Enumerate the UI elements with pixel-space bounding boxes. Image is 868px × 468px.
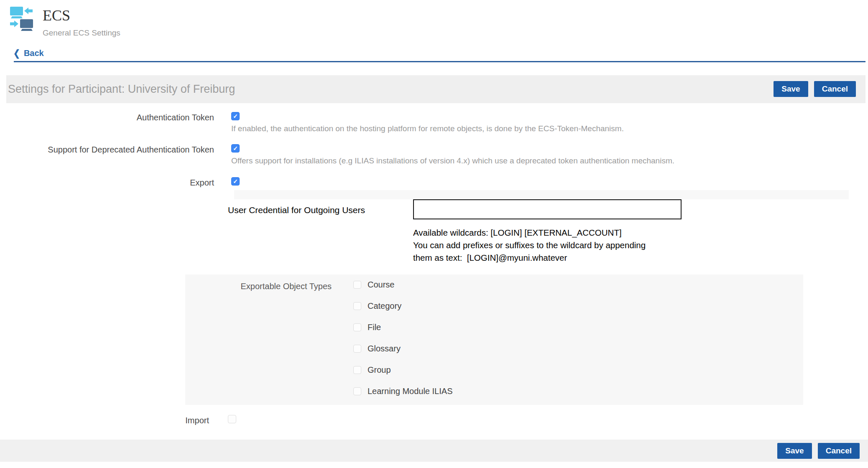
exportable-type-group-checkbox[interactable]: ✓ — [353, 366, 361, 374]
export-checkbox[interactable]: ✓ — [231, 177, 240, 186]
authentication-token-description: If enabled, the authentication on the ho… — [231, 124, 624, 133]
export-control: ✓ — [231, 177, 240, 186]
authentication-token-label: Authentication Token — [0, 112, 214, 122]
exportable-type-course-checkbox[interactable]: ✓ — [353, 281, 361, 289]
page: ECS General ECS Settings ❮ Back Settings… — [0, 0, 868, 468]
app-head-text: ECS General ECS Settings — [43, 5, 120, 38]
exportable-type-file-checkbox[interactable]: ✓ — [353, 323, 361, 331]
wildcards-info-line: them as text: [LOGIN]@myuni.whatever — [413, 252, 868, 264]
user-credential-row: User Credential for Outgoing Users — [228, 199, 868, 219]
bottom-button-group: Save Cancel — [777, 443, 860, 459]
header-divider — [14, 61, 865, 62]
exportable-type-category-checkbox[interactable]: ✓ — [353, 302, 361, 310]
list-item: ✓ File — [353, 323, 452, 332]
bottom-toolbar: Save Cancel — [0, 440, 868, 462]
deprecated-token-label: Support for Deprecated Authentication To… — [0, 144, 214, 155]
exportable-type-course-label: Course — [368, 280, 394, 290]
deprecated-token-control: ✓ Offers support for installations (e.g … — [231, 144, 674, 165]
list-item: ✓ Course — [353, 280, 452, 290]
list-item: ✓ Learning Module ILIAS — [353, 387, 452, 396]
wildcards-info-line: You can add prefixes or suffixes to the … — [413, 239, 868, 252]
form-toolbar: Settings for Participant: University of … — [6, 75, 865, 103]
user-credential-input[interactable] — [413, 199, 682, 219]
check-icon: ✓ — [233, 113, 238, 119]
user-credential-info: Available wildcards: [LOGIN] [EXTERNAL_A… — [413, 226, 868, 264]
cancel-button-top[interactable]: Cancel — [814, 81, 856, 97]
back-link-label: Back — [24, 48, 44, 58]
exportable-type-group-label: Group — [368, 365, 391, 375]
deprecated-token-description: Offers support for installations (e.g IL… — [231, 156, 674, 165]
export-label: Export — [0, 177, 214, 188]
check-icon: ✓ — [233, 178, 238, 184]
save-button-bottom[interactable]: Save — [777, 443, 812, 459]
export-row: Export ✓ — [0, 177, 868, 188]
cancel-button-bottom[interactable]: Cancel — [818, 443, 860, 459]
deprecated-token-row: Support for Deprecated Authentication To… — [0, 144, 868, 165]
app-title: ECS — [43, 8, 120, 24]
save-button-top[interactable]: Save — [774, 81, 808, 97]
import-label: Import — [0, 415, 209, 425]
exportable-type-file-label: File — [368, 323, 381, 332]
app-subtitle: General ECS Settings — [43, 28, 120, 38]
exportable-type-learning-module-ilias-checkbox[interactable]: ✓ — [353, 387, 361, 395]
exportable-types-panel: Exportable Object Types ✓ Course ✓ Categ… — [185, 275, 803, 405]
import-checkbox[interactable]: ✓ — [228, 415, 236, 423]
app-header: ECS General ECS Settings — [0, 0, 868, 38]
import-control: ✓ — [228, 415, 236, 423]
form-title: Settings for Participant: University of … — [8, 83, 235, 96]
authentication-token-control: ✓ If enabled, the authentication on the … — [231, 112, 624, 133]
toolbar-button-group: Save Cancel — [774, 81, 856, 97]
user-credential-label: User Credential for Outgoing Users — [228, 199, 395, 215]
exportable-types-label: Exportable Object Types — [185, 280, 332, 396]
chevron-left-icon: ❮ — [13, 48, 20, 58]
back-link[interactable]: ❮ Back — [13, 48, 44, 58]
exportable-type-category-label: Category — [368, 301, 401, 311]
user-credential-control — [413, 199, 682, 219]
import-row: Import ✓ — [0, 415, 868, 425]
export-subsection-strip — [234, 190, 849, 199]
check-icon: ✓ — [233, 145, 238, 151]
authentication-token-row: Authentication Token ✓ If enabled, the a… — [0, 112, 868, 133]
exportable-types-list: ✓ Course ✓ Category ✓ File ✓ Glos — [353, 280, 452, 396]
exportable-type-learning-module-ilias-label: Learning Module ILIAS — [368, 387, 452, 396]
list-item: ✓ Group — [353, 365, 452, 375]
list-item: ✓ Glossary — [353, 344, 452, 354]
wildcards-info-line: Available wildcards: [LOGIN] [EXTERNAL_A… — [413, 226, 868, 239]
exportable-type-glossary-checkbox[interactable]: ✓ — [353, 345, 361, 353]
exportable-type-glossary-label: Glossary — [368, 344, 401, 354]
back-row: ❮ Back — [13, 48, 868, 58]
deprecated-token-checkbox[interactable]: ✓ — [231, 144, 240, 153]
authentication-token-checkbox[interactable]: ✓ — [231, 112, 240, 120]
list-item: ✓ Category — [353, 301, 452, 311]
ecs-logo-icon — [9, 5, 33, 32]
